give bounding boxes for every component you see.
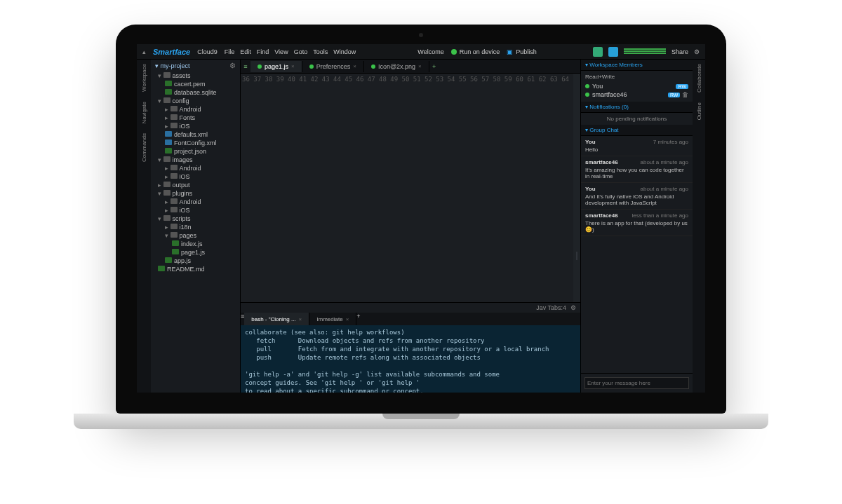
menu-goto[interactable]: Goto (294, 48, 308, 55)
avatar-icon-2[interactable] (608, 47, 618, 57)
trash-icon[interactable]: 🗑 (682, 91, 688, 98)
file-cacert-pem[interactable]: cacert.pem (165, 80, 240, 88)
terminal-tabs: ≡ bash - "Cloning ...×Immediate× + (241, 313, 580, 325)
menu-file[interactable]: File (225, 48, 235, 55)
terminal-tab-immediate[interactable]: Immediate× (309, 313, 356, 325)
side-tab-navigate[interactable]: Navigate (141, 102, 147, 124)
camera-dot (419, 33, 423, 37)
member-you[interactable]: YouRW (585, 82, 688, 90)
editor-tabs: ≡ page1.js×Preferences×Icon@2x.png× + (241, 60, 580, 74)
close-icon[interactable]: × (353, 63, 356, 69)
side-tab-workspace[interactable]: Workspace (141, 64, 147, 92)
file-page1-js[interactable]: page1.js (172, 248, 240, 257)
menu-window[interactable]: Window (333, 48, 356, 55)
menu-tools[interactable]: Tools (313, 48, 328, 55)
file-defaults-xml[interactable]: defaults.xml (165, 130, 240, 139)
cloud-label[interactable]: Cloud9 (197, 48, 218, 55)
file-icon (165, 257, 172, 263)
folder-scripts[interactable]: scripts (158, 214, 240, 223)
terminal-tab-bash-cloning-[interactable]: bash - "Cloning ...× (244, 313, 309, 325)
close-icon[interactable]: × (346, 316, 349, 322)
folder-icon (163, 97, 171, 103)
status-gear-icon[interactable] (570, 304, 576, 311)
publish-button[interactable]: ▣Publish (507, 48, 537, 55)
terminal[interactable]: collaborate (see also: git help workflow… (241, 325, 580, 393)
folder-icon (171, 224, 178, 229)
avatar-icon[interactable] (593, 47, 603, 57)
file-icon (165, 131, 172, 137)
file-fontconfig-xml[interactable]: FontConfig.xml (165, 139, 240, 147)
folder-icon (171, 207, 178, 212)
editor-tab-page1-js[interactable]: page1.js× (250, 61, 302, 72)
groupchat-header[interactable]: ▾ Group Chat (581, 125, 693, 136)
file-tree-panel: ▾ my-project assetscacert.pemdatabase.sq… (151, 60, 241, 393)
menu-edit[interactable]: Edit (240, 48, 251, 55)
new-term-tab-icon[interactable]: + (356, 313, 360, 325)
code-body[interactable]: Pages.page1.add(lbl); "kw">var img = "kw… (573, 74, 580, 302)
notifications-header[interactable]: ▾ Notifications (0) (581, 102, 693, 113)
menu-arrow-icon[interactable]: ▴ (142, 48, 146, 55)
folder-android[interactable]: Android (165, 198, 240, 206)
play-icon (451, 49, 457, 55)
chat-message: You7 minutes agoHello (581, 136, 693, 156)
close-icon[interactable]: × (291, 63, 295, 69)
gear-icon[interactable] (694, 48, 700, 55)
folder-android[interactable]: Android (165, 105, 240, 114)
tree-gear-icon[interactable] (229, 62, 236, 69)
editor-tab-preferences[interactable]: Preferences× (302, 61, 364, 72)
screen: ▴ Smartface Cloud9 FileEditFindViewGotoT… (137, 44, 705, 393)
close-icon[interactable]: × (299, 316, 302, 322)
menu-find[interactable]: Find (257, 48, 269, 55)
folder-icon (163, 156, 171, 162)
folder-pages[interactable]: pages (165, 231, 240, 240)
laptop-base (74, 414, 768, 429)
file-database-sqlite[interactable]: database.sqlite (165, 88, 240, 97)
menubar: ▴ Smartface Cloud9 FileEditFindViewGotoT… (137, 44, 705, 60)
right-rail: Collaborate Outline (693, 60, 705, 393)
folder-android[interactable]: Android (165, 164, 240, 172)
editor-column: ≡ page1.js×Preferences×Icon@2x.png× + 36… (241, 60, 580, 393)
project-root[interactable]: my-project (161, 62, 190, 69)
file-icon (165, 139, 172, 145)
side-tab-outline[interactable]: Outline (696, 102, 702, 120)
folder-plugins[interactable]: plugins (158, 189, 240, 198)
dot-icon (258, 64, 262, 69)
folder-config[interactable]: config (158, 97, 240, 105)
folder-assets[interactable]: assets (158, 71, 240, 80)
folder-fonts[interactable]: Fonts (165, 114, 240, 122)
welcome-link[interactable]: Welcome (417, 48, 443, 55)
run-on-device-button[interactable]: Run on device (451, 48, 500, 55)
folder-ios[interactable]: iOS (165, 206, 240, 214)
folder-output[interactable]: output (158, 181, 240, 189)
side-tab-commands[interactable]: Commands (141, 133, 147, 162)
file-icon (158, 266, 165, 271)
file-icon (165, 81, 172, 86)
status-tabs: Jav Tabs:4 (536, 304, 566, 311)
file-project-json[interactable]: project.json (165, 147, 240, 156)
close-icon[interactable]: × (418, 63, 422, 69)
code-editor[interactable]: 36 37 38 39 40 41 42 43 44 45 46 47 48 4… (241, 74, 580, 302)
presence-icon (585, 84, 589, 88)
member-smartface46[interactable]: smartface46RW 🗑 (585, 90, 688, 99)
folder-ios[interactable]: iOS (165, 122, 240, 130)
file-index-js[interactable]: index.js (172, 240, 240, 248)
new-tab-icon[interactable]: + (429, 63, 439, 70)
box-icon: ▣ (507, 48, 513, 55)
folder-icon (171, 232, 178, 238)
folder-ios[interactable]: iOS (165, 172, 240, 181)
tabs-menu-icon[interactable]: ≡ (241, 63, 250, 70)
side-tab-collaborate[interactable]: Collaborate (696, 64, 702, 93)
laptop-frame: ▴ Smartface Cloud9 FileEditFindViewGotoT… (116, 25, 726, 431)
members-header[interactable]: ▾ Workspace Members (581, 60, 693, 71)
folder-i18n[interactable]: i18n (165, 223, 240, 231)
file-app-js[interactable]: app.js (165, 257, 240, 265)
chat-message: Youabout a minute agoAnd it's fully nati… (581, 183, 693, 210)
editor-tab-icon-2x-png[interactable]: Icon@2x.png× (364, 61, 429, 72)
share-button[interactable]: Share (671, 48, 688, 55)
folder-icon (171, 114, 178, 120)
folder-icon (163, 182, 171, 187)
menu-view[interactable]: View (274, 48, 288, 55)
chat-input[interactable] (584, 377, 689, 389)
file-readme-md[interactable]: README.md (158, 265, 240, 273)
folder-images[interactable]: images (158, 156, 240, 164)
